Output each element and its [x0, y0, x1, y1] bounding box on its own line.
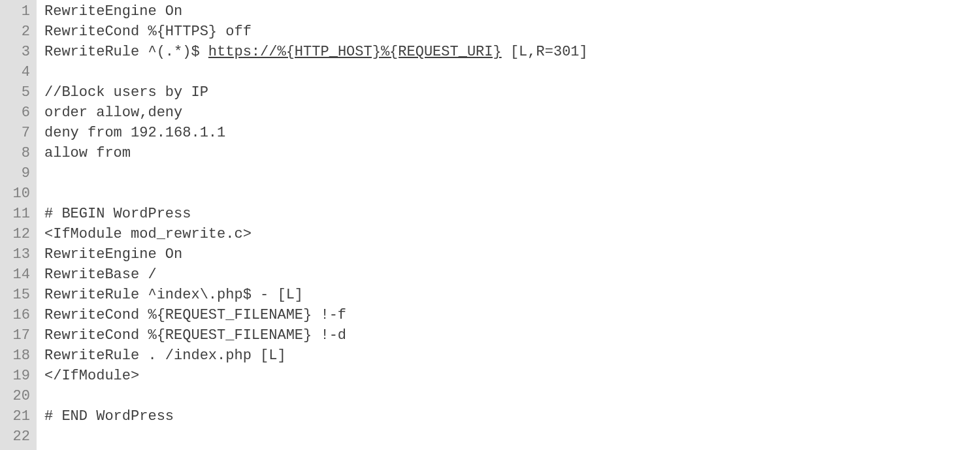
line-number: 14 [1, 265, 30, 285]
line-number: 3 [1, 42, 30, 62]
code-line: RewriteCond %{HTTPS} off [44, 22, 980, 42]
code-line: RewriteEngine On [44, 244, 980, 265]
code-line: allow from [44, 143, 980, 163]
code-text-segment: <IfModule mod_rewrite.c> [44, 226, 252, 242]
line-number: 22 [1, 426, 30, 447]
code-link-segment: https://%{HTTP_HOST}%{REQUEST_URI} [208, 44, 502, 60]
code-text-segment: RewriteEngine On [44, 246, 182, 263]
code-line: RewriteBase / [44, 265, 980, 285]
code-line [44, 386, 980, 406]
code-text-segment: </IfModule> [44, 368, 139, 384]
line-number: 4 [1, 62, 30, 82]
line-number: 10 [1, 184, 30, 204]
code-text-segment: [L,R=301] [502, 44, 588, 60]
code-line: RewriteCond %{REQUEST_FILENAME} !-d [44, 325, 980, 346]
code-text-segment: //Block users by IP [44, 84, 208, 101]
code-text-segment: RewriteRule ^index\.php$ - [L] [44, 287, 303, 303]
line-number: 21 [1, 406, 30, 426]
code-line: RewriteCond %{REQUEST_FILENAME} !-f [44, 305, 980, 325]
code-text-segment: deny from 192.168.1.1 [44, 125, 225, 141]
line-number: 18 [1, 346, 30, 366]
line-number: 11 [1, 204, 30, 224]
code-line: RewriteRule ^index\.php$ - [L] [44, 285, 980, 305]
code-content[interactable]: RewriteEngine OnRewriteCond %{HTTPS} off… [37, 0, 980, 450]
line-number: 8 [1, 143, 30, 163]
code-text-segment: # BEGIN WordPress [44, 206, 191, 222]
code-line [44, 426, 980, 447]
code-line: <IfModule mod_rewrite.c> [44, 224, 980, 244]
line-number: 9 [1, 163, 30, 184]
code-text-segment: RewriteRule . /index.php [L] [44, 347, 286, 364]
code-text-segment: order allow,deny [44, 104, 182, 121]
line-number: 5 [1, 82, 30, 103]
code-line: RewriteRule . /index.php [L] [44, 346, 980, 366]
line-number: 17 [1, 325, 30, 346]
code-line: </IfModule> [44, 366, 980, 386]
code-line [44, 163, 980, 184]
line-number: 16 [1, 305, 30, 325]
line-number: 20 [1, 386, 30, 406]
line-number: 12 [1, 224, 30, 244]
code-line: order allow,deny [44, 103, 980, 123]
line-number: 6 [1, 103, 30, 123]
code-line: deny from 192.168.1.1 [44, 123, 980, 143]
code-line: //Block users by IP [44, 82, 980, 103]
code-line [44, 62, 980, 82]
code-text-segment: RewriteBase / [44, 266, 157, 283]
line-number: 13 [1, 244, 30, 265]
code-line: # BEGIN WordPress [44, 204, 980, 224]
code-text-segment: RewriteCond %{HTTPS} off [44, 24, 252, 40]
code-line: RewriteRule ^(.*)$ https://%{HTTP_HOST}%… [44, 42, 980, 62]
code-line [44, 184, 980, 204]
line-number: 1 [1, 1, 30, 22]
line-number: 2 [1, 22, 30, 42]
code-line: # END WordPress [44, 406, 980, 426]
code-text-segment: allow from [44, 145, 131, 161]
code-text-segment: RewriteCond %{REQUEST_FILENAME} !-d [44, 327, 346, 344]
code-line: RewriteEngine On [44, 1, 980, 22]
code-text-segment: RewriteRule ^(.*)$ [44, 44, 208, 60]
code-text-segment: # END WordPress [44, 408, 174, 425]
line-number: 15 [1, 285, 30, 305]
code-text-segment: RewriteEngine On [44, 3, 182, 20]
line-number: 7 [1, 123, 30, 143]
line-number-gutter: 12345678910111213141516171819202122 [0, 0, 37, 450]
line-number: 19 [1, 366, 30, 386]
code-text-segment: RewriteCond %{REQUEST_FILENAME} !-f [44, 307, 346, 323]
code-editor: 12345678910111213141516171819202122 Rewr… [0, 0, 980, 450]
